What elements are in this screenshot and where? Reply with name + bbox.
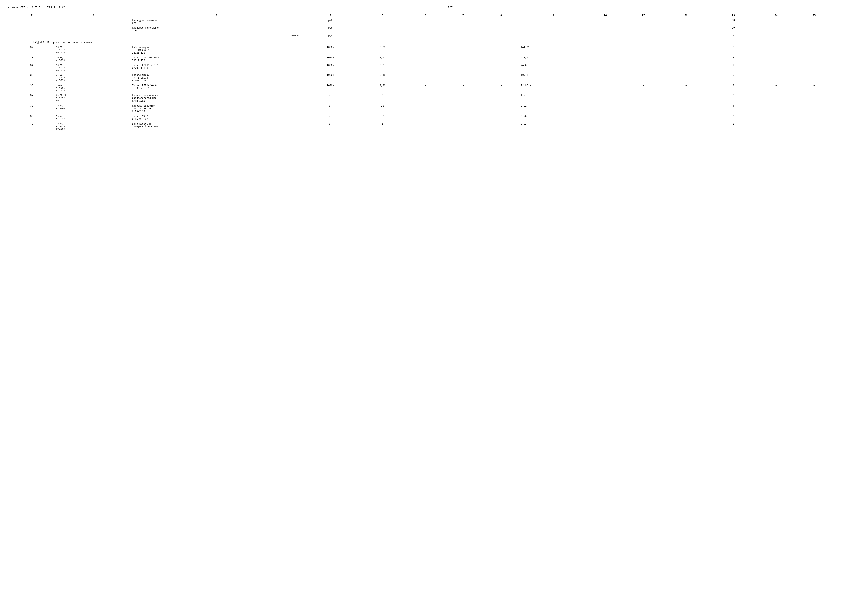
row36-unit: I000м [302,83,359,93]
row34-name: То же, ПРППМ–2x0,822,0x I,II8 [131,63,302,73]
sum3-ref [55,33,131,38]
sum1-c6: – [406,18,444,26]
row40-c9: 0,8I – [520,122,586,131]
sum2-c15: – [795,26,833,33]
row37-c7: – [444,93,482,104]
row32-c5: 0,05 [359,45,406,55]
table-row: 34 I5–09т.7–032к=I,II8 То же, ПРППМ–2x0,… [8,63,833,73]
row37-c6: – [406,93,444,104]
row35-c10 [586,73,624,83]
row34-c7: – [444,63,482,73]
sum3-c10: – [586,33,624,38]
row36-c9: I2,95 – [520,83,586,93]
row35-c14: – [757,73,795,83]
sum2-label: Плановые накопления– 8% [131,26,302,33]
row36-c15: – [795,83,833,93]
row35-c13: 5 [710,73,757,83]
table-row: 39 То же,п.I–243 То же, УК–2Р0,I5 x I,32… [8,114,833,122]
row32-c15: – [795,45,833,55]
row32-c13: 7 [710,45,757,55]
row35-unit: I000м [302,73,359,83]
table-row: 38 То же,п.I–244 Коробка разветви–тельна… [8,104,833,114]
row38-ref: То же,п.I–244 [55,104,131,114]
table-row: 33 То же,к=I,II5 То же, ТШП–20x2x0,4I95x… [8,55,833,63]
row35-c8: – [482,73,520,83]
row36-num: 36 [8,83,55,93]
row33-c5: 0,0I [359,55,406,63]
col-header-8: 8 [482,13,520,18]
sum1-c14: – [757,18,795,26]
page-header: Альбом VII ч. 3 Т.П. – 503–9–12.86 – 325… [8,6,833,9]
row38-num: 38 [8,104,55,114]
row36-c10 [586,83,624,93]
row34-c12: – [662,63,710,73]
row35-ref: I5–09т.7–029к=I,II6 [55,73,131,83]
row32-c10: – [586,45,624,55]
table-row: 36 I5–09т.7–03Iк=I,II6 То же, ПТПб–2x0,6… [8,83,833,93]
row36-c11: – [624,83,662,93]
row33-name: То же, ТШП–20x2x0,4I95xI,II8 [131,55,302,63]
sum2-ref [55,26,131,33]
row37-c5: 6 [359,93,406,104]
row40-name: Бокс кабельныйтелефонный БКТ–IOx2 [131,122,302,131]
table-row: 32 I5–09т.7–023к=I,II8 Кабель маркиТШП–I… [8,45,833,55]
sum3-c7: – [444,33,482,38]
row39-unit: шт [302,114,359,122]
sum2-c10: – [586,26,624,33]
row32-c14: – [757,45,795,55]
row34-c10 [586,63,624,73]
header-center: – 325– [65,6,833,9]
sum3-c5: – [359,33,406,38]
row39-name: То же, УК–2Р0,I5 x I,32 [131,114,302,122]
row38-unit: шт [302,104,359,114]
row33-ref: То же,к=I,II5 [55,55,131,63]
sum3-unit: руб [302,33,359,38]
sum1-c11: – [624,18,662,26]
sum3-c12: – [662,33,710,38]
sum1-c7: – [444,18,482,26]
row33-c11: – [624,55,662,63]
row39-num: 39 [8,114,55,122]
row37-c11: – [624,93,662,104]
row35-c15: – [795,73,833,83]
row36-c14: – [757,83,795,93]
sum2-num [8,26,55,33]
sum1-c9: – [520,18,586,26]
row35-num: 35 [8,73,55,83]
row35-c9: I0,7I – [520,73,586,83]
row33-c10 [586,55,624,63]
row36-ref: I5–09т.7–03Iк=I,II6 [55,83,131,93]
sum1-c12: – [662,18,710,26]
sum1-c5: – [359,18,406,26]
header-left: Альбом VII ч. 3 Т.П. – 503–9–12.86 [8,6,65,9]
row33-num: 33 [8,55,55,63]
sum2-c11: – [624,26,662,33]
row33-c6: – [406,55,444,63]
sum2-c6: – [406,26,444,33]
row39-c14: – [757,114,795,122]
row40-c5: I [359,122,406,131]
row39-c10 [586,114,624,122]
row34-c14: – [757,63,795,73]
table-row: 35 I5–09т.7–029к=I,II6 Провод маркиТРП–I… [8,73,833,83]
row39-c6: – [406,114,444,122]
row32-c7: – [444,45,482,55]
row38-name: Коробка разветви–тельная УК–2П0,I3xI,32 [131,104,302,114]
row40-c15: – [795,122,833,131]
col-header-6: 6 [406,13,444,18]
row37-c8: – [482,93,520,104]
col-header-14: I4 [757,13,795,18]
row36-c8: – [482,83,520,93]
row40-c11: – [624,122,662,131]
row37-c10 [586,93,624,104]
row32-c9: I4I,99 [520,45,586,55]
row32-ref: I5–09т.7–023к=I,II8 [55,45,131,55]
row35-c12: – [662,73,710,83]
sum3-label: Итого: [131,33,302,38]
col-header-10: IO [586,13,624,18]
summary-row-planned: Плановые накопления– 8% руб – – – – – – … [8,26,833,33]
row36-name: То же, ПТПб–2x0,6II,60 xI,II6 [131,83,302,93]
row37-ref: 29–02–20п.2–I68к=I,32 [55,93,131,104]
row34-unit: I000м [302,63,359,73]
row36-c7: – [444,83,482,93]
